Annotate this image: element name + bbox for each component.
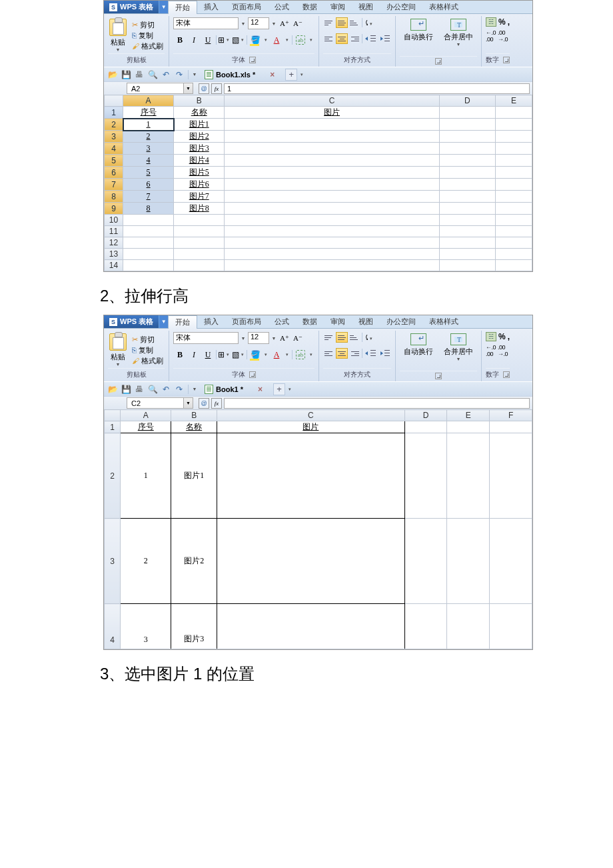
font-size-select[interactable]: 12: [248, 17, 269, 29]
cell-E11[interactable]: [495, 226, 532, 237]
col-header-B[interactable]: B: [174, 95, 225, 107]
open-button[interactable]: 📂: [107, 69, 119, 81]
border-button-2[interactable]: ⊞▾: [218, 349, 231, 361]
tab-data-2[interactable]: 数据: [296, 315, 324, 328]
align-bottom-button[interactable]: [348, 17, 360, 28]
row-header-9[interactable]: 9: [105, 203, 123, 215]
col-header-D[interactable]: D: [439, 95, 495, 107]
font-size-select-2[interactable]: 12: [248, 332, 269, 344]
cell-B12[interactable]: [174, 237, 225, 249]
cell-A1[interactable]: 序号: [123, 107, 174, 119]
cell-C7[interactable]: [225, 179, 440, 191]
col-header-E[interactable]: E: [495, 95, 532, 107]
align-middle-button[interactable]: [336, 17, 348, 28]
cell-E14[interactable]: [495, 260, 532, 271]
qat-more-icon[interactable]: ▼: [191, 72, 198, 77]
cell-D2-2[interactable]: [404, 433, 447, 519]
font-color-button-2[interactable]: A: [270, 349, 283, 361]
cell-C1-2[interactable]: 图片: [217, 421, 405, 433]
formula-input[interactable]: 1: [224, 83, 530, 94]
orientation-button-2[interactable]: ⤹▾: [364, 333, 372, 342]
number-dialog-launcher-2[interactable]: [503, 371, 510, 378]
row-header-7[interactable]: 7: [105, 179, 123, 191]
qat-more-icon-2[interactable]: ▼: [191, 387, 198, 391]
cell-C11[interactable]: [225, 226, 440, 237]
tab-insert-2[interactable]: 插入: [197, 315, 225, 328]
cell-D3-2[interactable]: [404, 519, 447, 604]
col-header-C-2[interactable]: C: [217, 410, 405, 421]
cell-D4[interactable]: [439, 143, 495, 155]
cell-C4[interactable]: [225, 143, 440, 155]
cell-A5[interactable]: 4: [123, 155, 174, 167]
align-middle-button-2[interactable]: [336, 332, 348, 343]
tab-layout[interactable]: 页面布局: [225, 1, 268, 13]
copy-button[interactable]: ⎘复制: [131, 31, 165, 41]
align-top-button[interactable]: [323, 17, 335, 28]
cell-B14[interactable]: [174, 260, 225, 271]
cell-E7[interactable]: [495, 179, 532, 191]
row-header-2-2[interactable]: 2: [105, 433, 121, 519]
print-button[interactable]: 🖶: [133, 69, 145, 81]
cell-E3[interactable]: [495, 131, 532, 143]
cell-F1-2[interactable]: [490, 421, 532, 433]
row-header-11[interactable]: 11: [105, 226, 123, 237]
cell-B9[interactable]: 图片8: [174, 203, 225, 215]
cell-C10[interactable]: [225, 215, 440, 226]
cell-C13[interactable]: [225, 249, 440, 260]
cell-D12[interactable]: [439, 237, 495, 249]
cell-C8[interactable]: [225, 191, 440, 203]
wrap-text-button[interactable]: 自动换行: [400, 17, 437, 56]
cell-E2[interactable]: [495, 119, 532, 131]
align-right-button-2[interactable]: [348, 348, 360, 359]
cell-E10[interactable]: [495, 215, 532, 226]
insert-ref-button[interactable]: @: [199, 83, 209, 94]
new-tab-button-2[interactable]: +: [273, 383, 285, 395]
undo-button-2[interactable]: ↶: [160, 383, 172, 395]
bold-button-2[interactable]: B: [173, 349, 187, 361]
tab-home[interactable]: 开始: [168, 1, 197, 14]
tab-view[interactable]: 视图: [352, 1, 380, 13]
cell-A2-2[interactable]: 1: [121, 433, 171, 519]
tab-list-dd-2[interactable]: ▾: [287, 387, 293, 392]
fontcolor-dd-2[interactable]: ▾: [284, 352, 291, 357]
font-name-dd-2[interactable]: ▼: [240, 336, 247, 341]
tab-office[interactable]: 办公空间: [380, 1, 422, 13]
cell-B13[interactable]: [174, 249, 225, 260]
cell-C12[interactable]: [225, 237, 440, 249]
row-header-5[interactable]: 5: [105, 155, 123, 167]
formula-input-2[interactable]: [224, 398, 530, 409]
cell-C1[interactable]: 图片: [225, 107, 440, 119]
fill-color-button-2[interactable]: 🪣: [249, 349, 262, 361]
cell-E9[interactable]: [495, 203, 532, 215]
row-header-3[interactable]: 3: [105, 131, 123, 143]
document-tab[interactable]: Book1.xls * ×: [199, 70, 280, 79]
currency-button-2[interactable]: ☵: [486, 332, 496, 341]
cell-D13[interactable]: [439, 249, 495, 260]
tab-formula[interactable]: 公式: [268, 1, 296, 13]
name-box[interactable]: A2: [127, 83, 184, 94]
cell-B4-2[interactable]: 图片3: [171, 604, 217, 649]
italic-button[interactable]: I: [187, 34, 201, 46]
tab-review-2[interactable]: 审阅: [324, 315, 352, 328]
decrease-decimal-button[interactable]: .00→.0: [498, 29, 508, 43]
print-preview-button[interactable]: 🔍: [147, 69, 159, 81]
currency-button[interactable]: ☵: [486, 17, 496, 27]
row-header-6[interactable]: 6: [105, 167, 123, 179]
cell-B2-2[interactable]: 图片1: [171, 433, 217, 519]
save-button-2[interactable]: 💾: [120, 383, 132, 395]
document-tab-2[interactable]: Book1 * ×: [199, 385, 268, 394]
cell-A7[interactable]: 6: [123, 179, 174, 191]
decrease-decimal-button-2[interactable]: .00→.0: [498, 344, 508, 357]
font-size-dd-2[interactable]: ▼: [271, 336, 277, 341]
cell-C14[interactable]: [225, 260, 440, 271]
shrink-font-button-2[interactable]: A⁻: [292, 334, 304, 343]
wrap-text-button-2[interactable]: 自动换行: [400, 332, 437, 371]
cut-button[interactable]: ✂剪切: [131, 20, 165, 30]
cell-B7[interactable]: 图片6: [174, 179, 225, 191]
close-tab-button-2[interactable]: ×: [258, 385, 263, 394]
cell-F4-2[interactable]: [490, 604, 532, 649]
fontcolor-dd-icon[interactable]: ▾: [284, 37, 291, 43]
col-header-E-2[interactable]: E: [447, 410, 490, 421]
cell-B2[interactable]: 图片1: [174, 119, 225, 131]
cell-C2[interactable]: [225, 119, 440, 131]
